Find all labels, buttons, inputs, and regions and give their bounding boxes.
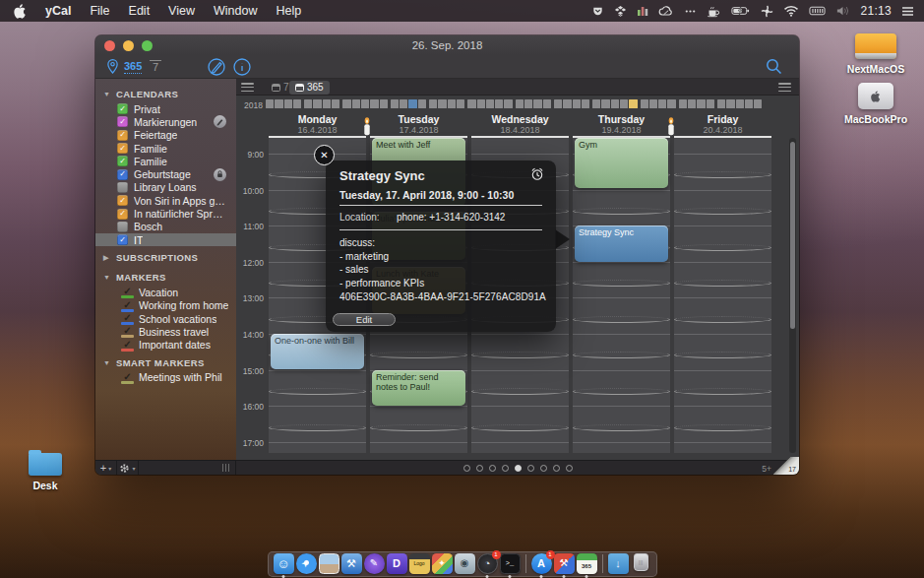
menu-file[interactable]: File <box>90 4 109 18</box>
section-header-subscriptions[interactable]: ▶SUBSCRIPTIONS <box>95 249 236 266</box>
week-segment[interactable] <box>504 99 512 108</box>
actions-gear-button[interactable]: ▾ <box>117 461 139 475</box>
apple-menu-icon[interactable] <box>14 0 27 22</box>
docs-icon[interactable]: D <box>387 553 407 574</box>
preview-icon[interactable] <box>319 553 339 574</box>
pagination-dot[interactable] <box>476 465 483 472</box>
pagination-dot[interactable] <box>463 465 470 472</box>
week-segment[interactable] <box>370 99 378 108</box>
desktop-icon-macbookpro[interactable]: MacBookPro <box>834 83 917 125</box>
week-segment[interactable] <box>601 99 609 108</box>
fan-icon[interactable] <box>761 0 773 22</box>
week-segment[interactable] <box>516 99 524 108</box>
checkbox-checked[interactable]: ✓ <box>117 209 128 220</box>
week-segment[interactable] <box>380 99 388 108</box>
week-segment[interactable] <box>486 99 494 108</box>
section-header-calendars[interactable]: ▼CALENDARS <box>95 86 236 102</box>
week-segment[interactable] <box>754 99 762 108</box>
week-segment[interactable] <box>266 99 274 108</box>
marker-check[interactable]: ✓ <box>121 287 134 297</box>
menu-view[interactable]: View <box>168 4 195 18</box>
finder-icon[interactable]: ☺ <box>274 553 294 574</box>
week-segment[interactable] <box>726 99 734 108</box>
marker-check[interactable]: ✓ <box>121 340 134 351</box>
wifi-icon[interactable] <box>783 0 799 22</box>
week-segment[interactable] <box>667 99 675 108</box>
checkbox-checked[interactable]: ✓ <box>117 156 128 166</box>
marker-check[interactable]: ✓ <box>121 326 134 337</box>
marker-check[interactable]: ✓ <box>121 300 134 311</box>
calendar-event-gym[interactable]: Gym <box>575 138 668 188</box>
terminal-icon[interactable]: >_ <box>500 553 521 574</box>
sidebar-item-bosch[interactable]: Bosch <box>95 221 236 233</box>
checkbox-checked[interactable]: ✓ <box>117 116 128 127</box>
coffee-icon[interactable] <box>707 0 720 22</box>
desktop-icon-desk-folder[interactable]: Desk <box>4 453 87 491</box>
week-segment[interactable] <box>332 99 339 108</box>
week-segment[interactable] <box>304 99 312 108</box>
ellipsis-icon[interactable] <box>684 0 697 22</box>
checkbox-unchecked[interactable] <box>117 182 128 193</box>
appstore-icon[interactable]: A1 <box>531 553 552 574</box>
volume-icon[interactable] <box>835 0 850 22</box>
menu-window[interactable]: Window <box>214 4 257 18</box>
week-segment[interactable] <box>533 99 541 108</box>
pagination-dot[interactable] <box>553 465 560 472</box>
sidebar-item-familie[interactable]: ✓Familie <box>95 155 236 167</box>
week-segment[interactable] <box>717 99 725 108</box>
menu-help[interactable]: Help <box>276 4 301 18</box>
week-segment[interactable] <box>688 99 696 108</box>
week-segment[interactable] <box>582 99 589 108</box>
sidebar-item-school-vacations[interactable]: ✓School vacations <box>95 312 236 325</box>
checkbox-checked[interactable]: ✓ <box>117 234 128 245</box>
window-titlebar[interactable]: 26. Sep. 2018 <box>95 35 799 55</box>
right-menu-icon[interactable] <box>778 83 791 92</box>
marker-check[interactable]: ✓ <box>121 372 134 383</box>
week-segment[interactable] <box>418 99 426 108</box>
week-segment[interactable] <box>495 99 503 108</box>
week-segment[interactable] <box>649 99 657 108</box>
scrollbar-thumb[interactable] <box>790 142 795 329</box>
calendar-event-one-on-one-with-bill[interactable]: One-on-one with Bill <box>271 334 364 369</box>
week-segment[interactable] <box>573 99 581 108</box>
tab-365[interactable]: 365 <box>289 81 330 95</box>
ycal-icon[interactable]: 365 <box>577 553 597 574</box>
left-menu-icon[interactable] <box>241 83 254 92</box>
sidebar-item-working-from-home[interactable]: ✓Working from home <box>95 299 236 312</box>
checkbox-checked[interactable]: ✓ <box>117 195 128 206</box>
menu-edit[interactable]: Edit <box>129 4 151 18</box>
week-segment[interactable] <box>524 99 532 108</box>
sidebar-item-vacation[interactable]: ✓Vacation <box>95 286 236 298</box>
week-segment[interactable] <box>275 99 282 108</box>
sidebar-item-business-travel[interactable]: ✓Business travel <box>95 325 236 338</box>
logo-app-icon[interactable]: Logo <box>409 553 430 574</box>
sidebar-item-meetings-with-phil[interactable]: ✓Meetings with Phil <box>95 371 236 384</box>
sidebar-item-in-nat-rlicher-sprache-ge[interactable]: ✓In natürlicher Sprache ge… <box>95 207 236 220</box>
sidebar-item-von-siri-in-apps-gefunden[interactable]: ✓Von Siri in Apps gefunden <box>95 194 236 207</box>
list-icon[interactable] <box>901 0 914 22</box>
pagination-dot[interactable] <box>502 465 509 472</box>
sidebar-item-geburtstage[interactable]: ✓Geburtstage <box>95 167 236 180</box>
week-segment[interactable] <box>448 99 456 108</box>
cloud-icon[interactable] <box>658 0 674 22</box>
week-segment[interactable] <box>477 99 485 108</box>
downloads-icon[interactable]: ↓ <box>608 553 629 574</box>
screenshot-icon[interactable]: ◉ <box>455 553 475 574</box>
add-calendar-button[interactable]: +▾ <box>95 461 117 475</box>
section-header-smart-markers[interactable]: ▼SMART MARKERS <box>95 354 236 371</box>
sidebar-item-feiertage[interactable]: ✓Feiertage <box>95 129 236 142</box>
stats-icon[interactable] <box>637 0 648 22</box>
search-icon[interactable] <box>765 57 783 80</box>
week-segment[interactable] <box>620 99 628 108</box>
editor-icon[interactable]: ✎ <box>364 553 385 574</box>
devtools-icon[interactable]: ⚒ <box>554 553 575 574</box>
week-segment[interactable] <box>438 99 446 108</box>
week-segment[interactable] <box>284 99 292 108</box>
week-segment[interactable] <box>467 99 475 108</box>
week-segment[interactable] <box>342 99 350 108</box>
menu-clock[interactable]: 21:13 <box>860 4 892 18</box>
graphics-icon[interactable]: ✦ <box>432 553 453 574</box>
sidebar-resize-grip[interactable] <box>222 461 235 475</box>
memory-icon[interactable] <box>809 0 826 22</box>
calendar-event-strategy-sync[interactable]: Strategy Sync <box>575 225 668 261</box>
